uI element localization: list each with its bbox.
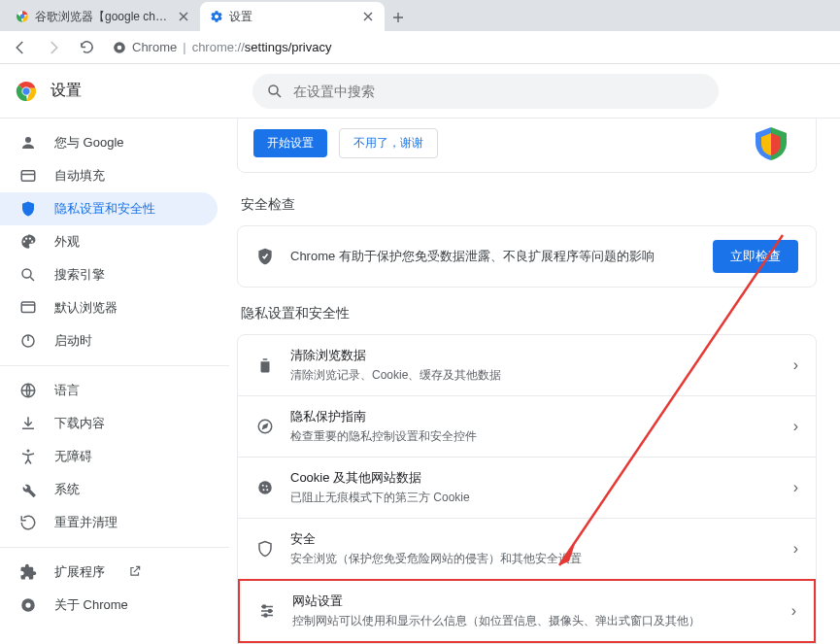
settings-search[interactable] (252, 74, 719, 109)
search-icon (19, 266, 37, 284)
settings-header: 设置 (0, 64, 840, 119)
external-link-icon (128, 564, 144, 580)
chrome-icon (19, 596, 37, 614)
svg-point-22 (258, 481, 272, 494)
svg-point-26 (266, 489, 268, 491)
download-icon (19, 415, 37, 432)
compass-icon (255, 417, 275, 436)
promo-shield-illustration (742, 125, 800, 160)
sidebar-item-search-engine[interactable]: 搜索引擎 (0, 258, 218, 291)
tab-title: 设置 (229, 9, 355, 25)
row-cookies[interactable]: Cookie 及其他网站数据已阻止无痕模式下的第三方 Cookie › (238, 457, 816, 518)
svg-point-28 (269, 610, 272, 613)
sidebar-item-system[interactable]: 系统 (0, 473, 218, 506)
promo-card: 开始设置 不用了，谢谢 (237, 119, 817, 173)
shield-check-icon (255, 247, 275, 266)
sidebar-item-appearance[interactable]: 外观 (0, 225, 218, 258)
chevron-right-icon: › (793, 540, 798, 558)
tab-close-icon[interactable] (361, 10, 375, 23)
url-scheme-label: Chrome (132, 40, 177, 54)
restore-icon (19, 514, 37, 531)
section-title-safety: 安全检查 (241, 196, 817, 214)
promo-start-button[interactable]: 开始设置 (253, 129, 327, 157)
svg-point-18 (27, 450, 30, 453)
svg-point-20 (25, 602, 30, 607)
wrench-icon (19, 481, 37, 498)
forward-button[interactable] (41, 35, 66, 60)
sidebar-item-startup[interactable]: 启动时 (0, 324, 218, 357)
svg-point-24 (266, 486, 268, 488)
address-bar: Chrome | chrome://settings/privacy (0, 31, 840, 64)
svg-point-7 (269, 85, 278, 94)
sidebar-item-autofill[interactable]: 自动填充 (0, 159, 218, 192)
sidebar-item-accessibility[interactable]: 无障碍 (0, 440, 218, 473)
browser-tab-1[interactable]: 设置 (200, 2, 385, 31)
safety-check-text: Chrome 有助于保护您免受数据泄露、不良扩展程序等问题的影响 (290, 248, 697, 265)
sidebar-item-downloads[interactable]: 下载内容 (0, 407, 218, 440)
globe-icon (19, 382, 37, 399)
svg-point-11 (25, 238, 27, 240)
shield-icon (19, 200, 37, 218)
reload-button[interactable] (74, 35, 99, 60)
power-icon (19, 332, 37, 350)
sidebar-item-extensions[interactable]: 扩展程序 (0, 556, 218, 589)
browser-icon (19, 299, 37, 317)
accessibility-icon (19, 448, 37, 465)
svg-point-29 (264, 614, 267, 617)
chrome-favicon (16, 10, 29, 23)
sidebar-separator (0, 365, 229, 366)
safety-check-card: Chrome 有助于保护您免受数据泄露、不良扩展程序等问题的影响 立即检查 (237, 225, 817, 288)
page-title: 设置 (50, 81, 245, 101)
svg-point-14 (22, 269, 31, 278)
row-security[interactable]: 安全安全浏览（保护您免受危险网站的侵害）和其他安全设置 › (238, 518, 816, 579)
sidebar-item-languages[interactable]: 语言 (0, 374, 218, 407)
svg-point-10 (23, 241, 25, 243)
sidebar-separator (0, 547, 229, 548)
svg-rect-15 (21, 302, 35, 313)
chevron-right-icon: › (793, 356, 798, 374)
svg-point-23 (262, 485, 264, 487)
extension-icon (19, 563, 37, 581)
promo-dismiss-button[interactable]: 不用了，谢谢 (339, 128, 438, 158)
svg-point-3 (118, 45, 122, 50)
shield-icon (255, 539, 275, 559)
back-button[interactable] (8, 35, 33, 60)
chevron-right-icon: › (791, 602, 796, 620)
tab-title: 谷歌浏览器【google chrome】 (35, 9, 171, 25)
chevron-right-icon: › (793, 479, 798, 496)
chrome-logo-icon (16, 81, 37, 102)
trash-icon (255, 356, 275, 375)
sidebar: 您与 Google 自动填充 隐私设置和安全性 外观 搜索引擎 默认浏览器 启动… (0, 119, 229, 644)
tab-close-icon[interactable] (177, 10, 190, 23)
privacy-card: 清除浏览数据清除浏览记录、Cookie、缓存及其他数据 › 隐私保护指南检查重要… (237, 334, 817, 644)
chevron-right-icon: › (793, 418, 798, 435)
settings-favicon (210, 10, 223, 23)
tune-icon (257, 601, 277, 621)
svg-point-13 (31, 241, 33, 243)
browser-tab-0[interactable]: 谷歌浏览器【google chrome】 (6, 2, 200, 31)
row-clear-data[interactable]: 清除浏览数据清除浏览记录、Cookie、缓存及其他数据 › (238, 335, 816, 395)
search-input[interactable] (293, 84, 705, 99)
svg-rect-9 (21, 171, 35, 182)
sidebar-item-you-google[interactable]: 您与 Google (0, 126, 218, 159)
new-tab-button[interactable] (385, 4, 412, 31)
chrome-icon (113, 41, 126, 54)
check-now-button[interactable]: 立即检查 (713, 240, 798, 273)
row-privacy-guide[interactable]: 隐私保护指南检查重要的隐私控制设置和安全控件 › (238, 395, 816, 457)
omnibox[interactable]: Chrome | chrome://settings/privacy (107, 35, 832, 60)
section-title-privacy: 隐私设置和安全性 (241, 305, 817, 322)
main-panel: 开始设置 不用了，谢谢 安全检查 Chrome 有助于保护您免受数据泄露、不良扩… (229, 119, 840, 644)
row-site-settings[interactable]: 网站设置控制网站可以使用和显示什么信息（如位置信息、摄像头、弹出式窗口及其他） … (238, 579, 816, 643)
sidebar-item-privacy[interactable]: 隐私设置和安全性 (0, 192, 218, 225)
palette-icon (19, 233, 37, 251)
sidebar-item-about[interactable]: 关于 Chrome (0, 589, 218, 622)
sidebar-item-reset[interactable]: 重置并清理 (0, 506, 218, 539)
autofill-icon (19, 167, 37, 185)
browser-tab-bar: 谷歌浏览器【google chrome】 设置 (0, 0, 840, 31)
svg-point-27 (263, 605, 266, 608)
sidebar-item-default-browser[interactable]: 默认浏览器 (0, 291, 218, 324)
cookie-icon (255, 478, 275, 497)
svg-point-8 (25, 137, 31, 143)
svg-point-12 (29, 238, 31, 240)
search-icon (266, 83, 284, 100)
